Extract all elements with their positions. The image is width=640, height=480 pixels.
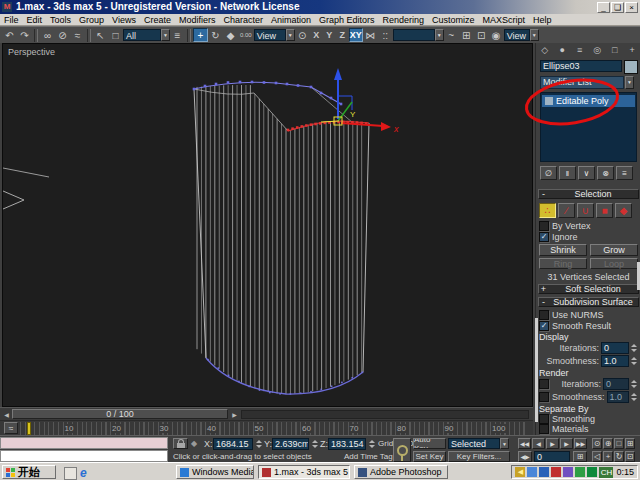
tray-icon-antivirus[interactable]: [587, 467, 597, 477]
restrict-y-button[interactable]: Y: [323, 28, 336, 42]
task-button-2[interactable]: Adobe Photoshop: [354, 465, 448, 479]
render-smoothness-field[interactable]: 1.0: [607, 391, 629, 403]
selection-set-arrow[interactable]: ▼: [500, 438, 509, 449]
show-end-result-button[interactable]: ‖: [559, 166, 576, 180]
snap-percent-spinner[interactable]: 0.00: [238, 29, 254, 42]
smoothness-spinner[interactable]: [630, 355, 638, 367]
min-max-toggle-icon[interactable]: ⊡: [625, 451, 635, 462]
zoom-all-icon[interactable]: ⊕: [603, 438, 613, 449]
modifier-list-arrow[interactable]: ▼: [625, 76, 634, 89]
tray-icon-qq[interactable]: [539, 467, 549, 477]
menu-file[interactable]: File: [0, 15, 23, 25]
transform-gizmo[interactable]: x Y: [321, 68, 399, 134]
y-spinner[interactable]: [311, 438, 319, 450]
render-type-dropdown[interactable]: View▼: [504, 29, 539, 41]
maxscript-listener-line[interactable]: [0, 450, 168, 462]
auto-key-button[interactable]: Auto Key: [413, 438, 446, 449]
rectangular-selection-region-icon[interactable]: □: [108, 28, 123, 42]
loop-button[interactable]: Loop: [590, 258, 638, 269]
track-bar-ruler[interactable]: 102030405060708090100: [20, 422, 526, 435]
smooth-result-checkbox[interactable]: ✓: [539, 321, 549, 331]
grow-button[interactable]: Grow: [590, 244, 638, 256]
render-scene-icon[interactable]: ◉: [489, 28, 504, 42]
menu-tools[interactable]: Tools: [46, 15, 75, 25]
macro-recorder-line[interactable]: [0, 437, 168, 449]
z-spinner[interactable]: [368, 438, 376, 450]
tray-icon-red[interactable]: [551, 467, 561, 477]
key-mode-toggle[interactable]: ◀▶: [518, 451, 532, 462]
vertex-subobject-button[interactable]: ∴: [539, 203, 556, 218]
time-configuration-button[interactable]: ⊞: [573, 451, 587, 462]
utilities-tab[interactable]: +: [625, 44, 639, 56]
redo-icon[interactable]: ↷: [17, 28, 32, 42]
menu-character[interactable]: Character: [219, 15, 267, 25]
set-key-button[interactable]: Set Key: [413, 451, 446, 462]
restrict-xy-plane-button[interactable]: XY: [349, 28, 363, 42]
menu-edit[interactable]: Edit: [23, 15, 47, 25]
time-slider-track[interactable]: [241, 410, 529, 419]
ignore-backfacing-checkbox[interactable]: ✓: [539, 232, 549, 242]
render-iterations-checkbox[interactable]: [539, 379, 549, 389]
go-to-end-button[interactable]: ▶▶: [574, 438, 587, 449]
time-forward-arrow[interactable]: ▶: [230, 410, 239, 420]
material-editor-icon[interactable]: ⊡: [474, 28, 489, 42]
tray-icon-messenger[interactable]: [527, 467, 537, 477]
selection-filter-dropdown[interactable]: All▼: [123, 29, 170, 41]
render-iterations-spinner[interactable]: [630, 378, 638, 390]
unlink-selection-icon[interactable]: ⊘: [55, 28, 70, 42]
close-button[interactable]: ×: [625, 2, 638, 13]
taskbar-clock[interactable]: 0:15: [616, 467, 634, 477]
command-panel-scrollbar[interactable]: [535, 318, 538, 422]
y-coord-field[interactable]: 2.639cm: [272, 438, 309, 450]
zoom-extents-icon[interactable]: □: [614, 438, 624, 449]
menu-views[interactable]: Views: [108, 15, 140, 25]
menu-help[interactable]: Help: [529, 15, 556, 25]
show-desktop-icon[interactable]: [64, 467, 77, 480]
motion-tab[interactable]: ◎: [590, 44, 604, 56]
restore-button[interactable]: ❏: [611, 2, 624, 13]
menu-group[interactable]: Group: [75, 15, 108, 25]
reference-coordinate-dropdown[interactable]: View▼: [254, 29, 295, 41]
create-tab[interactable]: ◇: [538, 44, 552, 56]
menu-modifiers[interactable]: Modifiers: [175, 15, 220, 25]
menu-maxscript[interactable]: MAXScript: [479, 15, 530, 25]
soft-selection-rollout-header[interactable]: + Soft Selection: [538, 284, 639, 294]
smoothing-checkbox[interactable]: [539, 414, 549, 424]
selection-rollout-header[interactable]: - Selection: [538, 189, 639, 199]
use-pivot-center-icon[interactable]: ⊙: [295, 28, 310, 42]
start-button[interactable]: 开始: [2, 465, 56, 479]
key-filters-button[interactable]: Key Filters...: [448, 451, 510, 462]
arc-rotate-icon[interactable]: ↻: [614, 451, 624, 462]
select-object-icon[interactable]: ↖: [93, 28, 108, 42]
element-subobject-button[interactable]: ◆: [615, 203, 632, 218]
schematic-view-icon[interactable]: ⊞: [459, 28, 474, 42]
by-vertex-checkbox[interactable]: [539, 221, 549, 231]
materials-checkbox[interactable]: [539, 424, 549, 434]
task-button-1[interactable]: 1.max - 3ds max 5 - Unre...: [258, 465, 350, 479]
current-frame-marker[interactable]: [27, 422, 31, 435]
border-subobject-button[interactable]: ∪: [577, 203, 594, 218]
perspective-viewport[interactable]: Perspective: [2, 43, 533, 407]
make-unique-button[interactable]: ∨: [578, 166, 595, 180]
menu-graph-editors[interactable]: Graph Editors: [315, 15, 379, 25]
pan-icon[interactable]: +: [603, 451, 613, 462]
region-zoom-icon[interactable]: ◁: [592, 451, 602, 462]
shrink-button[interactable]: Shrink: [539, 244, 587, 256]
previous-frame-button[interactable]: ◀: [532, 438, 545, 449]
modifier-list-dropdown[interactable]: Modifier List: [540, 76, 624, 89]
x-spinner[interactable]: [255, 438, 263, 450]
select-and-move-icon[interactable]: +: [193, 28, 208, 42]
zoom-extents-all-icon[interactable]: ⊞: [625, 438, 635, 449]
modifier-stack[interactable]: Editable Poly: [540, 92, 637, 162]
zoom-icon[interactable]: ⊙: [592, 438, 602, 449]
polygon-subobject-button[interactable]: ■: [596, 203, 613, 218]
align-icon[interactable]: ::: [378, 28, 393, 42]
current-frame-field[interactable]: 0: [534, 451, 570, 462]
restrict-x-button[interactable]: X: [310, 28, 323, 42]
named-selection-sets-dropdown[interactable]: ▼: [393, 29, 444, 41]
curve-editor-icon[interactable]: ~: [444, 28, 459, 42]
menu-animation[interactable]: Animation: [267, 15, 315, 25]
viewport-label[interactable]: Perspective: [8, 47, 55, 57]
subdivision-rollout-header[interactable]: - Subdivision Surface: [538, 297, 639, 307]
mirror-icon[interactable]: ⋈: [363, 28, 378, 42]
